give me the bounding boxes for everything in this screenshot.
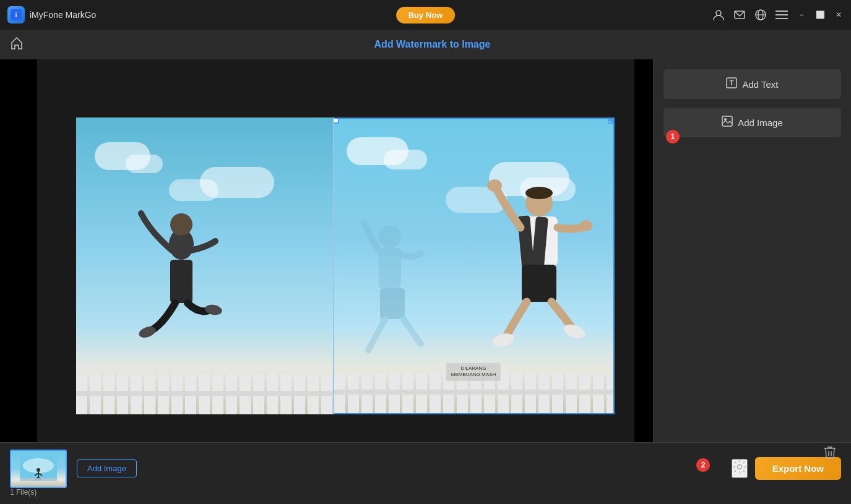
add-image-bottom-button[interactable]: Add Image — [77, 459, 137, 477]
app-title: iMyFone MarkGo — [30, 10, 96, 20]
image-right-half: ✕ — [333, 117, 615, 414]
thumbnail-image — [11, 451, 66, 487]
svg-point-21 — [580, 220, 592, 231]
svg-point-48 — [737, 465, 741, 469]
image-wrapper: ✕ — [76, 117, 615, 414]
titlebar-controls: − ⬜ ✕ — [712, 9, 844, 21]
add-image-row: 1 Add Image — [663, 108, 841, 146]
file-count: 1 File(s) — [10, 488, 37, 497]
add-image-label: Add Image — [738, 117, 783, 128]
svg-rect-27 — [380, 288, 405, 319]
delete-button[interactable] — [819, 442, 841, 464]
right-panel: T Add Text 1 Add Image — [653, 59, 851, 504]
text-icon: T — [726, 77, 737, 91]
app-logo: i — [7, 6, 25, 23]
svg-point-16 — [525, 187, 553, 199]
restore-button[interactable]: ⬜ — [815, 10, 825, 20]
bottom-strip: Add Image 2 Export Now 1 File(s) — [0, 442, 851, 504]
svg-point-11 — [170, 213, 192, 236]
person-left-silhouette — [113, 195, 237, 380]
cloud-2 — [126, 155, 163, 173]
user-icon[interactable] — [712, 9, 725, 21]
image-icon — [722, 116, 733, 129]
close-button[interactable]: ✕ — [834, 10, 844, 20]
buy-now-button[interactable]: Buy Now — [396, 7, 456, 23]
image-container: ✕ — [0, 59, 653, 472]
file-thumbnail[interactable] — [10, 450, 67, 488]
svg-rect-22 — [522, 265, 556, 302]
add-text-label: Add Text — [742, 79, 778, 90]
svg-rect-47 — [20, 478, 57, 481]
person-shadow-silhouette — [340, 209, 433, 382]
minimize-button[interactable]: − — [797, 10, 806, 20]
canvas-area: ✕ — [0, 59, 653, 504]
svg-text:T: T — [730, 79, 734, 87]
mail-icon[interactable] — [733, 9, 746, 21]
svg-point-41 — [37, 468, 40, 472]
image-left-half — [76, 117, 333, 414]
svg-point-20 — [487, 179, 502, 192]
fence-left — [76, 365, 333, 414]
svg-point-25 — [379, 226, 401, 248]
toolbar: Add Watermark to Image — [0, 30, 851, 59]
main-layout: ✕ — [0, 59, 851, 504]
titlebar: i iMyFone MarkGo Buy Now — [0, 0, 851, 30]
add-text-button[interactable]: T Add Text — [663, 69, 841, 99]
globe-icon[interactable] — [754, 9, 767, 21]
cloud-r2 — [384, 150, 427, 169]
svg-text:i: i — [15, 11, 17, 19]
menu-icon[interactable] — [775, 9, 788, 21]
add-image-button[interactable]: Add Image — [663, 108, 841, 137]
fence-sign: DILARANGMEMBUANG MASH — [446, 363, 501, 381]
black-pad-left — [0, 59, 37, 472]
badge-2: 2 — [696, 458, 710, 472]
person-right-silhouette — [465, 172, 601, 382]
svg-rect-12 — [170, 260, 192, 303]
badge-1: 1 — [666, 130, 680, 143]
image-divider — [333, 117, 334, 414]
svg-point-2 — [716, 11, 721, 15]
black-pad-right — [634, 59, 653, 472]
svg-rect-37 — [722, 116, 732, 126]
page-title: Add Watermark to Image — [24, 39, 841, 50]
settings-button[interactable] — [732, 459, 748, 478]
home-icon[interactable] — [10, 36, 24, 53]
